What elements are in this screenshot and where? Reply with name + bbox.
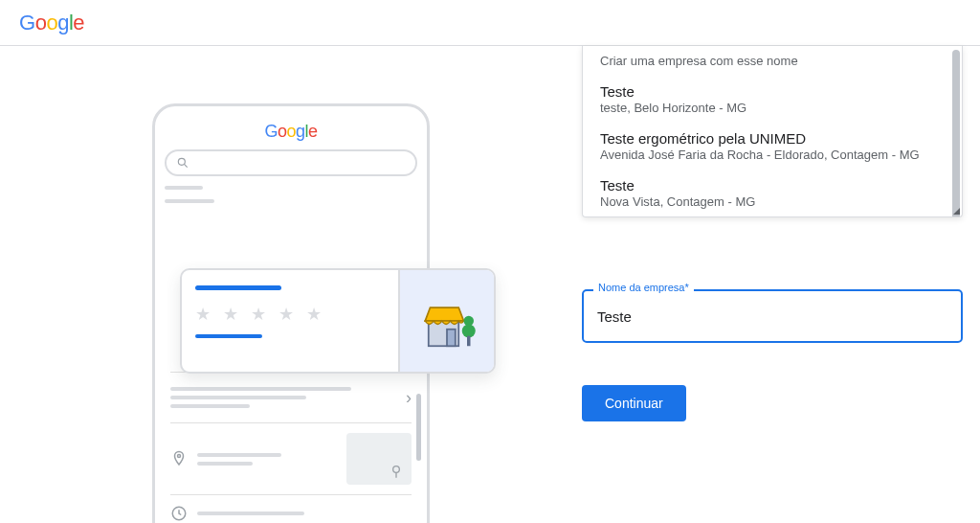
phone-scrollbar — [416, 394, 421, 461]
business-name-field-wrap: Nome da empresa* — [582, 289, 963, 343]
storefront-icon — [413, 287, 480, 354]
clock-icon — [170, 505, 188, 522]
form-panel: Criar uma empresa com esse nome Teste te… — [582, 46, 980, 523]
suggestion-item[interactable]: Teste ergométrico pela UNIMED Avenida Jo… — [583, 123, 962, 170]
resize-indicator-icon — [953, 208, 960, 215]
main-content: Google › — [0, 46, 980, 523]
skeleton-line — [165, 199, 214, 203]
map-thumbnail — [346, 433, 412, 485]
list-item — [165, 423, 417, 494]
svg-point-15 — [464, 316, 475, 327]
star-rating-icon: ★ ★ ★ ★ ★ — [195, 304, 385, 325]
svg-point-8 — [178, 455, 181, 458]
svg-line-1 — [184, 164, 187, 167]
suggestion-name: Teste — [600, 177, 945, 193]
svg-rect-13 — [447, 330, 456, 347]
suggestion-address: Avenida José Faria da Rocha - Eldorado, … — [600, 148, 945, 162]
google-logo: Google — [19, 11, 84, 35]
continue-button[interactable]: Continuar — [582, 385, 686, 421]
create-business-label: Criar uma empresa com esse nome — [600, 54, 798, 68]
search-icon — [176, 156, 189, 170]
svg-rect-16 — [467, 336, 471, 347]
phone-search-pill — [165, 149, 417, 176]
suggestion-address: teste, Belo Horizonte - MG — [600, 101, 945, 115]
suggestion-name: Teste — [600, 83, 945, 100]
suggestion-item[interactable]: Teste Nova Vista, Contagem - MG — [583, 170, 962, 216]
create-business-option[interactable]: Criar uma empresa com esse nome — [583, 46, 962, 76]
suggestion-name: Teste ergométrico pela UNIMED — [600, 130, 945, 147]
pin-icon — [170, 450, 188, 467]
business-name-label: Nome da empresa* — [593, 282, 694, 293]
svg-point-9 — [393, 466, 400, 473]
business-card-illustration: ★ ★ ★ ★ ★ — [180, 268, 496, 374]
continue-button-label: Continuar — [605, 396, 663, 411]
phone-google-logo: Google — [165, 122, 417, 142]
dropdown-scrollbar[interactable] — [952, 50, 960, 217]
business-suggestions-dropdown: Criar uma empresa com esse nome Teste te… — [582, 46, 963, 217]
svg-point-0 — [178, 158, 185, 165]
chevron-right-icon: › — [406, 388, 412, 408]
pin-icon — [389, 464, 404, 479]
list-item: › — [165, 373, 417, 422]
svg-point-14 — [462, 325, 476, 338]
business-name-input[interactable] — [582, 289, 963, 343]
illustration-panel: Google › — [0, 46, 582, 523]
app-header: Google — [0, 0, 980, 46]
suggestion-address: Nova Vista, Contagem - MG — [600, 194, 945, 209]
skeleton-line — [165, 186, 203, 190]
list-item — [165, 495, 417, 523]
suggestion-item[interactable]: Teste teste, Belo Horizonte - MG — [583, 76, 962, 123]
